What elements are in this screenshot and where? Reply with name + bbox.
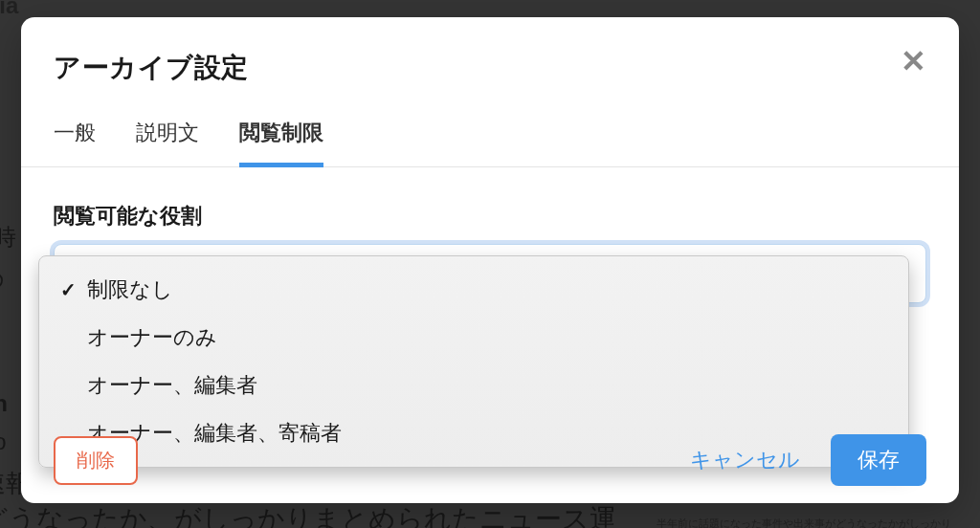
tab-bar: 一般 説明文 閲覧制限 <box>21 119 959 167</box>
save-button[interactable]: 保存 <box>831 434 926 486</box>
modal-footer: 削除 キャンセル 保存 <box>54 434 926 486</box>
close-icon[interactable]: ✕ <box>901 46 926 77</box>
roles-label: 閲覧可能な役割 <box>54 202 926 231</box>
option-label: 制限なし <box>87 275 173 304</box>
option-label: オーナー、編集者 <box>87 371 257 400</box>
access-section: 閲覧可能な役割 ✓ 制限なし オーナーのみ オーナー、編集者 オーナー <box>21 167 959 303</box>
modal-header: アーカイブ設定 ✕ <box>21 50 959 86</box>
option-label: オーナーのみ <box>87 323 217 352</box>
archive-settings-modal: アーカイブ設定 ✕ 一般 説明文 閲覧制限 閲覧可能な役割 ✓ 制限なし オーナ… <box>21 17 959 503</box>
roles-select-wrap: ✓ 制限なし オーナーのみ オーナー、編集者 オーナー、編集者、寄稿者 <box>54 244 926 303</box>
footer-right: キャンセル 保存 <box>677 434 926 486</box>
tab-description[interactable]: 説明文 <box>136 119 199 167</box>
option-owner-only[interactable]: オーナーのみ <box>39 314 908 362</box>
tab-access-restriction[interactable]: 閲覧制限 <box>239 119 323 167</box>
option-owner-editor[interactable]: オーナー、編集者 <box>39 362 908 409</box>
tab-general[interactable]: 一般 <box>54 119 96 167</box>
delete-button[interactable]: 削除 <box>54 436 138 485</box>
check-icon: ✓ <box>60 278 79 301</box>
modal-title: アーカイブ設定 <box>54 50 249 86</box>
cancel-button[interactable]: キャンセル <box>677 436 813 484</box>
option-no-restriction[interactable]: ✓ 制限なし <box>39 266 908 314</box>
